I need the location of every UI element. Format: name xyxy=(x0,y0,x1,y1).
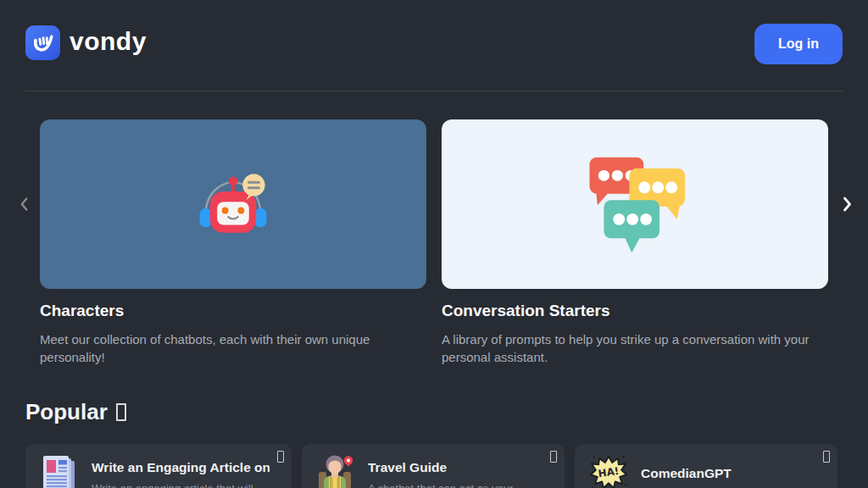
slide-characters-image[interactable] xyxy=(40,119,426,289)
newspaper-article-icon xyxy=(41,453,78,488)
slide-conversation-starters-image[interactable] xyxy=(442,119,828,289)
card-travel-guide[interactable]: Travel Guide A chatbot that can act as y… xyxy=(302,444,565,488)
bookmark-pin-icon[interactable] xyxy=(277,451,284,463)
card-title: Write an Engaging Article on .... xyxy=(92,460,270,475)
header-divider xyxy=(25,91,843,92)
carousel-next-button[interactable] xyxy=(832,190,861,219)
slide-characters-description: Meet our collection of chatbots, each wi… xyxy=(40,330,416,366)
card-comediangpt[interactable]: HA! ComedianGPT xyxy=(575,444,837,488)
shaka-hand-icon xyxy=(25,25,60,60)
card-write-engaging-article[interactable]: Write an Engaging Article on .... Write … xyxy=(25,444,292,488)
chevron-left-icon xyxy=(15,195,34,214)
missing-emoji-icon xyxy=(116,403,126,421)
brand-name: vondy xyxy=(70,29,147,58)
card-description: Write an engaging article that will xyxy=(92,481,280,488)
chat-bubbles-icon xyxy=(583,152,687,256)
slide-characters-title: Characters xyxy=(40,302,124,320)
login-button[interactable]: Log in xyxy=(754,24,843,64)
card-title: Travel Guide xyxy=(368,460,542,475)
slide-conversation-starters-title: Conversation Starters xyxy=(442,302,610,320)
brand-logo[interactable]: vondy xyxy=(25,25,147,60)
slide-conversation-starters-description: A library of prompts to help you strike … xyxy=(442,330,818,366)
bookmark-pin-icon[interactable] xyxy=(823,451,830,463)
card-description: A chatbot that can act as your xyxy=(368,481,553,488)
vondy-landing-page: vondy Log in Ch xyxy=(0,0,868,488)
traveler-with-backpack-icon xyxy=(317,453,354,488)
ha-comic-burst-icon: HA! xyxy=(590,453,627,488)
chevron-right-icon xyxy=(837,194,857,214)
popular-heading-label: Popular xyxy=(25,399,108,425)
carousel-prev-button[interactable] xyxy=(10,190,39,219)
bookmark-pin-icon[interactable] xyxy=(550,451,557,463)
popular-heading: Popular xyxy=(25,399,126,425)
robot-chatbot-icon xyxy=(193,168,273,241)
card-title: ComedianGPT xyxy=(641,466,815,481)
